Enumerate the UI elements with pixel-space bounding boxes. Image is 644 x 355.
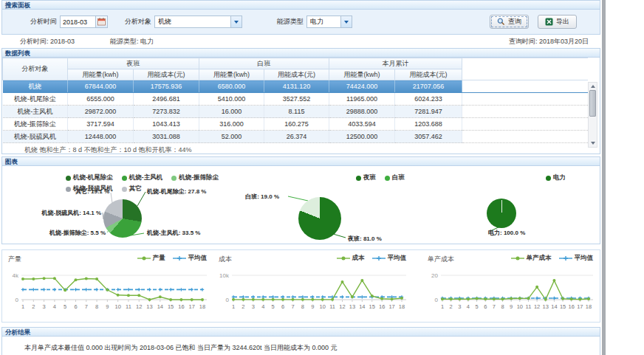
search-panel-title: 搜索面板 <box>2 1 600 10</box>
table-cell: 3527.552 <box>264 93 329 106</box>
svg-text:2: 2 <box>242 303 244 310</box>
legend-item[interactable]: 产量 <box>137 254 165 263</box>
legend-item[interactable]: 电力 <box>546 173 566 182</box>
table-cell-filler <box>462 93 588 106</box>
table-row[interactable]: 机烧67844.00017575.9366580.0004131.1207442… <box>3 80 588 93</box>
svg-text:11: 11 <box>329 303 335 310</box>
svg-text:13: 13 <box>349 303 355 310</box>
scroll-down-arrow[interactable] <box>589 139 597 147</box>
legend-label: 白班 <box>392 173 405 182</box>
legend-marker-icon <box>511 255 524 261</box>
chevron-down-icon <box>230 16 242 27</box>
svg-text:11: 11 <box>126 303 131 310</box>
legend-label: 夜班 <box>363 173 376 182</box>
svg-text:13: 13 <box>146 303 152 310</box>
charts-panel-title: 图表 <box>2 157 600 166</box>
svg-text:1: 1 <box>441 303 444 310</box>
pie-chart-shift-cost-share: 夜班白班夜班: 81.0 %白班: 19.0 % <box>250 166 412 244</box>
table-cell: 7281.947 <box>395 106 462 118</box>
table-cell: 6580.000 <box>199 80 264 93</box>
table-cell: 6024.233 <box>395 93 462 106</box>
table-cell: 11965.000 <box>329 93 395 106</box>
table-cell: 2496.681 <box>134 93 199 106</box>
chart-legend: 产量平均值 <box>137 254 208 263</box>
line-charts-area: 产量产量平均值1234567891011121314151617184k0成本成… <box>1 249 600 323</box>
analysis-time-input[interactable] <box>60 15 95 28</box>
legend-item[interactable]: 机烧-主风机 <box>122 173 162 182</box>
table-row[interactable]: 机烧-主风机29872.0007273.83216.0008.11529888.… <box>3 106 588 118</box>
pie-circle[interactable] <box>298 197 341 240</box>
svg-text:6: 6 <box>74 303 77 310</box>
search-form: 分析时间 分析对象 机烧 能源类型 电力 <box>2 10 600 34</box>
scrollbar-thumb[interactable] <box>589 90 596 117</box>
legend-marker-icon <box>137 255 151 261</box>
saturation-note: 机烧 饱和生产：8 d 不饱和生产：10 d 饱和开机率：44% <box>2 143 600 154</box>
legend-label: 机烧-主风机 <box>129 173 162 182</box>
legend-item[interactable]: 平均值 <box>173 254 208 263</box>
svg-text:10k: 10k <box>219 272 230 279</box>
table-cell: 8.115 <box>264 106 329 118</box>
charts-panel: 图表 机烧-机尾除尘机烧-主风机机烧-振筛除尘机烧-脱硫风机其它机烧-机尾除尘:… <box>1 156 600 244</box>
table-row[interactable]: 机烧-振筛除尘3717.5941043.413316.000160.275403… <box>3 118 588 131</box>
row-object-name: 机烧-振筛除尘 <box>3 118 68 131</box>
query-button[interactable]: 查询 <box>490 15 529 29</box>
column-group-day-shift: 白班 <box>199 58 329 69</box>
table-row[interactable]: 机烧-机尾除尘6555.0002496.6815410.0003527.5521… <box>3 93 588 106</box>
analysis-time-label: 分析时间 <box>30 17 57 27</box>
legend-item[interactable]: 白班 <box>385 173 405 182</box>
legend-item[interactable]: 机烧-机尾除尘 <box>66 173 113 182</box>
table-cell: 29872.000 <box>68 106 134 118</box>
svg-text:16: 16 <box>379 303 385 310</box>
legend-label: 机烧-振筛除尘 <box>179 173 219 182</box>
pie-slice-label: 机烧-主风机: 33.5 % <box>147 229 200 237</box>
table-cell: 3717.594 <box>68 118 134 131</box>
pie-circle[interactable] <box>103 199 142 238</box>
table-cell: 26.374 <box>264 131 329 143</box>
data-list-title: 数据列表 <box>2 49 600 58</box>
legend-item[interactable]: 成本 <box>337 254 365 263</box>
chevron-down-icon <box>340 16 352 27</box>
table-scrollbar[interactable] <box>588 82 597 148</box>
pie-legend: 电力 <box>546 173 566 182</box>
calendar-trigger-button[interactable] <box>95 15 108 28</box>
table-body: 机烧67844.00017575.9366580.0004131.1207442… <box>3 80 588 143</box>
legend-item[interactable]: 机烧-振筛除尘 <box>171 173 219 182</box>
legend-item[interactable]: 平均值 <box>559 254 594 263</box>
svg-text:0: 0 <box>435 297 439 303</box>
table-cell: 4033.594 <box>329 118 395 131</box>
svg-text:5: 5 <box>476 303 479 310</box>
legend-label: 成本 <box>352 254 365 263</box>
legend-item[interactable]: 单产成本 <box>511 254 552 263</box>
search-panel: 搜索面板 分析时间 分析对象 机烧 能源类型 电力 <box>1 0 600 35</box>
legend-item[interactable]: 夜班 <box>356 173 376 182</box>
svg-text:2: 2 <box>450 303 453 310</box>
export-button[interactable]: 导出 <box>538 15 577 29</box>
line-chart-production: 产量产量平均值1234567891011121314151617184k0 <box>4 250 213 322</box>
legend-label: 电力 <box>553 173 566 182</box>
pie-chart-energy-type-share: 电力电力: 100.0 % <box>412 166 599 244</box>
table-cell: 316.000 <box>199 118 264 131</box>
page-scrollbar[interactable] <box>602 0 606 355</box>
analysis-object-select[interactable]: 机烧 <box>154 15 242 28</box>
svg-text:18: 18 <box>399 303 405 310</box>
table-cell: 5410.000 <box>199 93 264 106</box>
table-row[interactable]: 机烧-脱硫风机12448.0003031.08852.00026.3741250… <box>3 131 588 143</box>
energy-type-select[interactable]: 电力 <box>306 15 352 28</box>
svg-text:15: 15 <box>560 303 566 310</box>
table-cell: 16.000 <box>199 106 264 118</box>
svg-text:9: 9 <box>510 303 513 310</box>
chart-title: 产量 <box>8 255 21 264</box>
svg-text:11: 11 <box>526 303 532 310</box>
svg-text:4: 4 <box>467 303 470 310</box>
chart-title: 成本 <box>219 255 232 264</box>
legend-item[interactable]: 其它 <box>122 185 142 193</box>
svg-text:18: 18 <box>199 303 205 310</box>
svg-text:3: 3 <box>458 303 461 310</box>
legend-item[interactable]: 平均值 <box>372 254 407 263</box>
svg-text:3: 3 <box>43 303 46 310</box>
svg-text:6: 6 <box>484 303 487 310</box>
scroll-up-arrow[interactable] <box>589 83 597 90</box>
chart-legend: 单产成本平均值 <box>511 254 594 263</box>
svg-text:9: 9 <box>106 303 109 310</box>
summary-energy-type: 能源类型: 电力 <box>110 37 154 46</box>
